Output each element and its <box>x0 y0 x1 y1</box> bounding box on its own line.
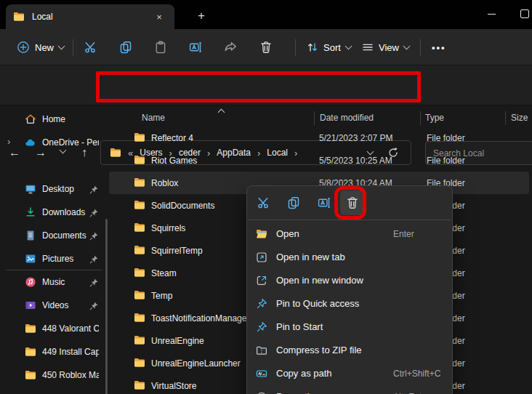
sidebar-item-music[interactable]: Music <box>0 270 108 294</box>
menu-item-label: Pin to Quick access <box>276 298 359 309</box>
column-divider[interactable] <box>314 111 315 125</box>
menu-item-shortcut: Enter <box>393 229 414 239</box>
see-more-button[interactable]: ••• <box>425 34 453 60</box>
minimize-button[interactable] <box>475 0 508 28</box>
file-type: File folder <box>427 133 465 143</box>
command-bar: New Sort View ••• <box>0 29 532 65</box>
sidebar-item-label: 449 Install CapC <box>42 347 99 357</box>
context-menu-item-compress-zip[interactable]: Compress to ZIP file <box>247 339 452 362</box>
sidebar-item-pictures[interactable]: Pictures <box>0 247 108 270</box>
delete-button[interactable] <box>340 190 365 215</box>
sidebar-item-home[interactable]: Home <box>0 108 108 131</box>
view-button[interactable]: View <box>355 34 416 60</box>
chevron-down-icon <box>344 43 352 50</box>
column-header-type[interactable]: Type <box>425 113 444 123</box>
rename-button[interactable] <box>182 34 209 60</box>
share-button[interactable] <box>217 34 243 60</box>
sidebar-item-449-install[interactable]: 449 Install CapC <box>0 340 108 363</box>
context-menu-item-copy-as-path[interactable]: Copy as path Ctrl+Shift+C <box>247 362 452 385</box>
file-name: UnrealEngineLauncher <box>151 358 241 369</box>
context-menu-item-pin-quick-access[interactable]: Pin to Quick access <box>247 292 452 315</box>
sidebar-item-label: 450 Roblox Marl <box>42 370 99 380</box>
sidebar-item-documents[interactable]: Documents <box>0 224 108 247</box>
context-menu-item-open-new-tab[interactable]: Open in new tab <box>247 246 452 269</box>
sidebar-item-videos[interactable]: Videos <box>0 294 108 317</box>
column-divider[interactable] <box>420 111 421 125</box>
sidebar-item-partial[interactable] <box>0 387 108 394</box>
folder-open-icon <box>256 228 267 240</box>
column-header-name[interactable]: Name <box>142 113 165 123</box>
copy-button[interactable] <box>281 190 306 215</box>
pin-icon <box>89 185 99 195</box>
paste-button[interactable] <box>148 34 174 60</box>
context-menu: Open Enter Open in new tab Open in new w… <box>246 185 453 394</box>
context-menu-item-properties[interactable]: Properties Alt+Enter <box>247 385 452 394</box>
downloads-icon <box>25 206 36 218</box>
title-bar: Local × + <box>0 0 532 29</box>
new-tab-button[interactable]: + <box>190 6 212 26</box>
tab-local[interactable]: Local × <box>6 4 174 29</box>
pin-icon <box>89 278 99 288</box>
sort-ascending-icon <box>218 109 225 116</box>
rename-button[interactable] <box>312 190 336 215</box>
folder-icon <box>134 289 145 301</box>
maximize-button[interactable] <box>508 0 532 28</box>
open-in-new-tab-icon <box>256 252 267 263</box>
file-name: UnrealEngine <box>151 336 204 346</box>
expand-chevron-icon[interactable]: › <box>7 136 10 147</box>
table-row[interactable]: Reflector 4 5/21/2023 2:07 PM File folde… <box>109 126 529 149</box>
sidebar-item-label: OneDrive - Pers <box>42 137 99 148</box>
desktop-icon <box>25 183 36 195</box>
cut-button[interactable] <box>78 34 104 60</box>
sidebar-item-desktop[interactable]: Desktop <box>0 177 108 201</box>
context-menu-icon-row <box>247 186 452 220</box>
toolbar-divider <box>295 39 296 56</box>
table-row[interactable]: Riot Games 5/5/2023 10:25 AM File folder <box>109 149 529 172</box>
folder-icon <box>134 199 145 211</box>
menu-item-label: Compress to ZIP file <box>276 345 362 355</box>
column-header-size[interactable]: Size <box>511 113 528 123</box>
folder-icon <box>25 323 36 334</box>
open-in-new-window-icon <box>256 275 267 286</box>
toolbar-divider <box>73 39 73 56</box>
toolbar-divider <box>420 39 421 56</box>
file-date: 5/21/2023 2:07 PM <box>319 133 392 143</box>
sidebar-item-450-roblox[interactable]: 450 Roblox Marl <box>0 363 108 387</box>
menu-item-label: Copy as path <box>276 368 332 379</box>
pin-icon <box>89 254 99 265</box>
menu-item-label: Properties <box>276 391 319 394</box>
pin-icon <box>256 321 267 333</box>
folder-icon <box>134 357 145 369</box>
file-name: SolidDocuments <box>151 201 214 211</box>
new-button[interactable]: New <box>10 34 70 60</box>
file-name: Roblox <box>151 178 178 188</box>
sidebar-item-onedrive[interactable]: › OneDrive - Pers <box>0 131 108 154</box>
folder-icon <box>134 132 145 143</box>
maximize-icon <box>520 9 529 18</box>
context-menu-divider <box>248 220 451 220</box>
pin-icon <box>89 231 99 241</box>
file-explorer-window: Local × + New Sort View <box>0 0 532 394</box>
file-type: File folder <box>427 156 465 166</box>
zip-folder-icon <box>256 345 267 356</box>
sidebar-item-downloads[interactable]: Downloads <box>0 201 108 224</box>
sort-button[interactable]: Sort <box>300 34 358 60</box>
folder-icon <box>134 312 145 323</box>
chevron-down-icon <box>58 43 65 50</box>
tab-close-button[interactable]: × <box>151 9 167 25</box>
delete-button[interactable] <box>253 34 279 60</box>
copy-button[interactable] <box>113 34 139 60</box>
sidebar-item-448-valorant[interactable]: 448 Valorant Co <box>0 317 108 340</box>
context-menu-item-open[interactable]: Open Enter <box>247 222 452 246</box>
context-menu-item-pin-start[interactable]: Pin to Start <box>247 315 452 339</box>
cut-button[interactable] <box>251 190 276 215</box>
menu-item-label: Open in new tab <box>276 252 345 262</box>
file-name: Reflector 4 <box>151 133 193 143</box>
context-menu-item-open-new-window[interactable]: Open in new window <box>247 269 452 292</box>
view-button-label: View <box>379 42 399 53</box>
column-header-date[interactable]: Date modified <box>320 113 374 123</box>
menu-item-shortcut: Ctrl+Shift+C <box>393 369 440 379</box>
videos-icon <box>25 299 36 311</box>
column-divider[interactable] <box>505 111 506 125</box>
file-name: Riot Games <box>151 156 197 166</box>
